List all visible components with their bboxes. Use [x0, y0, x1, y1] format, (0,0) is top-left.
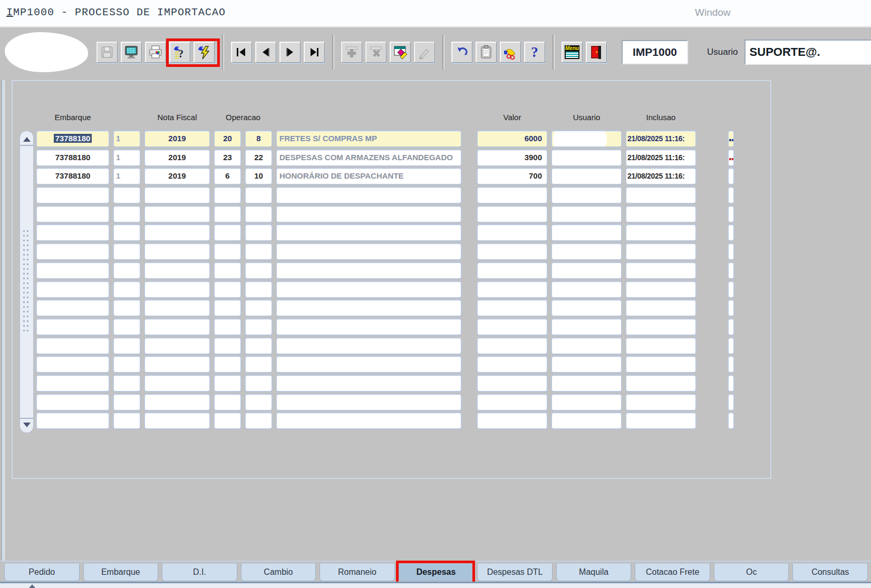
- grid-cell-inclusao[interactable]: [625, 299, 696, 317]
- grid-cell-nota_fiscal[interactable]: [144, 356, 210, 373]
- grid-cell-op1[interactable]: [214, 262, 241, 279]
- grid-cell-inclusao[interactable]: [625, 412, 696, 429]
- grid-cell-embarque[interactable]: [36, 375, 110, 392]
- tab-pedido[interactable]: Pedido: [4, 563, 80, 581]
- next-record-button[interactable]: [279, 42, 301, 63]
- grid-cell-inclusao[interactable]: [625, 187, 696, 204]
- grid-cell-valor[interactable]: 700: [477, 168, 548, 185]
- grid-cell-descricao[interactable]: [276, 299, 462, 317]
- grid-cell-op2[interactable]: [245, 318, 273, 336]
- grid-cell-valor[interactable]: [477, 224, 548, 241]
- grid-cell-inclusao[interactable]: 21/08/2025 11:16:: [625, 130, 696, 148]
- grid-cell-descricao[interactable]: [276, 318, 462, 336]
- grid-cell-op2[interactable]: [245, 187, 273, 204]
- tab-cambio[interactable]: Cambio: [241, 563, 316, 581]
- grid-cell-seq[interactable]: [113, 281, 141, 298]
- grid-cell-descricao[interactable]: DESPESAS COM ARMAZENS ALFANDEGADO: [276, 149, 462, 166]
- usuario-field[interactable]: SUPORTE@.: [744, 40, 871, 65]
- grid-cell-nota_fiscal[interactable]: 2019: [144, 130, 210, 148]
- scrollbar-down-arrow-icon[interactable]: [20, 418, 33, 430]
- tab-despesas[interactable]: Despesas: [399, 563, 474, 581]
- grid-cell-op2[interactable]: [245, 281, 273, 298]
- grid-cell-sliver[interactable]: [728, 412, 734, 429]
- grid-cell-nota_fiscal[interactable]: [144, 299, 210, 317]
- grid-cell-sliver[interactable]: [728, 168, 734, 185]
- grid-cell-usuario[interactable]: [551, 337, 622, 355]
- grid-cell-nota_fiscal[interactable]: [144, 394, 210, 411]
- grid-cell-seq[interactable]: [113, 187, 141, 204]
- grid-cell-usuario[interactable]: [551, 262, 622, 279]
- grid-cell-usuario[interactable]: [551, 243, 622, 260]
- grid-cell-valor[interactable]: [477, 375, 548, 392]
- grid-cell-op1[interactable]: [214, 281, 241, 298]
- grid-cell-op2[interactable]: [245, 224, 273, 241]
- grid-cell-valor[interactable]: [477, 356, 548, 373]
- scrollbar-up-arrow-icon[interactable]: [20, 133, 33, 146]
- print-screen-button[interactable]: [121, 42, 142, 63]
- module-code-field[interactable]: IMP1000: [622, 40, 688, 64]
- grid-cell-op2[interactable]: 8: [245, 130, 273, 148]
- grid-cell-inclusao[interactable]: 21/08/2025 11:16:: [625, 168, 696, 185]
- grid-cell-nota_fiscal[interactable]: [144, 318, 210, 336]
- grid-cell-inclusao[interactable]: [625, 224, 696, 241]
- grid-cell-nota_fiscal[interactable]: [144, 224, 210, 241]
- grid-cell-seq[interactable]: [113, 356, 141, 373]
- grid-cell-seq[interactable]: [113, 394, 141, 411]
- grid-cell-seq[interactable]: [113, 318, 141, 336]
- grid-cell-inclusao[interactable]: [625, 375, 696, 392]
- grid-cell-valor[interactable]: [477, 205, 548, 223]
- grid-cell-op1[interactable]: 20: [214, 130, 241, 148]
- grid-cell-op2[interactable]: [245, 356, 273, 373]
- grid-cell-sliver[interactable]: [728, 375, 734, 392]
- grid-cell-usuario[interactable]: [551, 375, 622, 392]
- grid-cell-op1[interactable]: [214, 412, 241, 429]
- grid-cell-sliver[interactable]: [728, 318, 734, 336]
- grid-cell-descricao[interactable]: [276, 412, 462, 429]
- grid-cell-descricao[interactable]: [276, 224, 462, 241]
- clipboard-button[interactable]: [476, 42, 497, 63]
- grid-cell-descricao[interactable]: [276, 262, 462, 279]
- grid-cell-embarque[interactable]: [36, 318, 110, 336]
- save-button[interactable]: [96, 42, 118, 63]
- grid-cell-embarque[interactable]: 73788180: [36, 149, 110, 166]
- last-record-button[interactable]: [304, 42, 325, 63]
- tab-cotacao-frete[interactable]: Cotacao Frete: [635, 563, 710, 581]
- grid-cell-usuario[interactable]: [551, 187, 622, 204]
- grid-cell-valor[interactable]: 6000: [477, 130, 548, 148]
- execute-query-button[interactable]: [193, 42, 215, 63]
- grid-cell-embarque[interactable]: [36, 299, 110, 317]
- grid-cell-seq[interactable]: [113, 412, 141, 429]
- record-scrollbar[interactable]: [20, 131, 34, 433]
- grid-cell-sliver[interactable]: [728, 187, 734, 204]
- grid-cell-sliver[interactable]: [728, 149, 734, 166]
- keys-button[interactable]: [500, 42, 521, 63]
- grid-cell-inclusao[interactable]: [625, 337, 696, 355]
- grid-cell-nota_fiscal[interactable]: [144, 262, 210, 279]
- grid-cell-inclusao[interactable]: [625, 262, 696, 279]
- grid-cell-usuario[interactable]: [551, 224, 622, 241]
- grid-cell-seq[interactable]: 1: [113, 149, 141, 166]
- grid-cell-nota_fiscal[interactable]: 2019: [144, 168, 210, 185]
- grid-cell-nota_fiscal[interactable]: [144, 412, 210, 429]
- menu-button[interactable]: Menu: [562, 42, 583, 63]
- grid-cell-seq[interactable]: [113, 205, 141, 223]
- grid-cell-valor[interactable]: 3900: [477, 149, 548, 166]
- grid-cell-sliver[interactable]: [728, 281, 734, 298]
- previous-record-button[interactable]: [255, 42, 276, 63]
- print-button[interactable]: [145, 42, 166, 63]
- grid-cell-descricao[interactable]: [276, 281, 462, 298]
- grid-cell-embarque[interactable]: [36, 262, 110, 279]
- grid-cell-sliver[interactable]: [728, 356, 734, 373]
- tab-consultas[interactable]: Consultas: [792, 563, 868, 581]
- grid-cell-embarque[interactable]: [36, 205, 110, 223]
- grid-cell-nota_fiscal[interactable]: [144, 187, 210, 204]
- grid-cell-sliver[interactable]: [728, 224, 734, 241]
- grid-cell-op1[interactable]: [214, 299, 241, 317]
- grid-cell-op1[interactable]: [214, 205, 241, 223]
- grid-cell-op2[interactable]: [245, 412, 273, 429]
- grid-cell-inclusao[interactable]: [625, 318, 696, 336]
- grid-cell-usuario[interactable]: [551, 149, 622, 166]
- grid-cell-usuario[interactable]: [551, 394, 622, 411]
- grid-cell-usuario[interactable]: [551, 281, 622, 298]
- window-menu-label[interactable]: Window: [695, 7, 731, 18]
